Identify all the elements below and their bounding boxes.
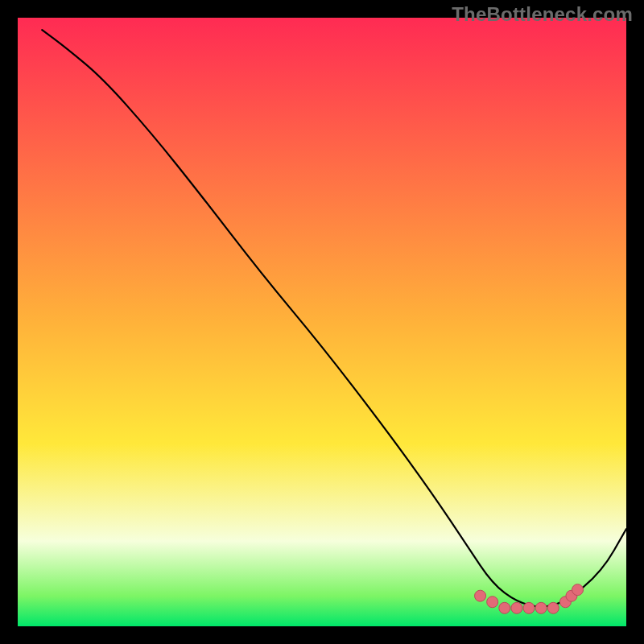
marker-dot: [475, 590, 486, 601]
chart-svg: [0, 0, 644, 644]
marker-dot: [499, 602, 510, 613]
marker-dot: [547, 602, 559, 613]
chart-stage: TheBottleneck.com: [0, 0, 644, 644]
marker-dot: [511, 602, 522, 613]
gradient-field: [18, 18, 626, 626]
attribution-text: TheBottleneck.com: [452, 3, 633, 26]
marker-dot: [487, 597, 498, 608]
marker-dot: [535, 602, 547, 613]
marker-dot: [523, 602, 535, 613]
marker-dot: [572, 584, 584, 596]
